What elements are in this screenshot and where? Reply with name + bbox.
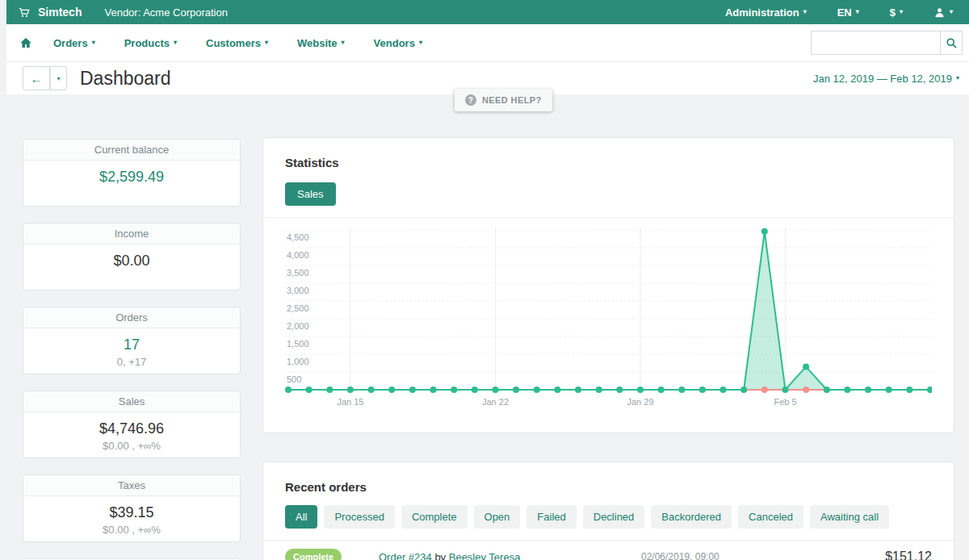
stat-card-orders: Orders170, +17 [23,307,241,374]
nav-item-customers[interactable]: Customers▾ [206,37,268,49]
search-input[interactable] [811,31,940,55]
chevron-down-icon: ▾ [342,40,345,46]
sales-tab[interactable]: Sales [285,182,336,206]
stat-card-body: 170, +17 [23,328,240,374]
back-dropdown-button[interactable]: ▾ [50,66,67,90]
user-icon [933,6,946,19]
user-menu[interactable]: ▾ [933,6,953,19]
order-total: $151.12 [843,550,932,560]
brand[interactable]: Simtech [38,6,82,19]
svg-text:4,000: 4,000 [287,250,309,260]
orders-list: CompleteOrder #234 by Beesley Teresa02/0… [285,541,932,560]
help-icon: ? [465,94,476,106]
filter-complete[interactable]: Complete [401,505,468,529]
nav-item-products[interactable]: Products▾ [124,37,177,49]
svg-text:Jan 15: Jan 15 [337,397,363,407]
home-icon[interactable] [19,36,32,49]
stat-card-value: $39.15 [23,504,240,521]
stat-card-title: Income [23,224,240,244]
filter-backordered[interactable]: Backordered [651,505,732,529]
stat-card-body: $0.00 [23,244,240,290]
chevron-down-icon: ▾ [419,40,422,46]
vendor-label[interactable]: Vendor: Acme Corporation [104,6,227,19]
chevron-down-icon: ▾ [803,9,807,15]
order-status-badge: Complete [285,549,342,560]
search-button[interactable] [940,31,963,55]
svg-text:500: 500 [287,374,301,384]
filter-processed[interactable]: Processed [324,505,394,529]
chevron-down-icon: ▾ [174,40,177,46]
page-title: Dashboard [80,68,171,90]
stat-card-subvalue: $0.00 , +∞% [23,440,240,452]
svg-text:Feb 5: Feb 5 [774,397,796,407]
statistics-panel: Statistics Sales 5001,0001,5002,0002,500… [262,137,954,433]
need-help-label: NEED HELP? [482,95,542,105]
filter-canceled[interactable]: Canceled [738,505,803,529]
stat-card-body: $4,746.96$0.00 , +∞% [23,412,240,458]
menu-label: EN [837,6,852,19]
customer-link[interactable]: Beesley Teresa [449,551,521,560]
stat-card-current-balance: Current balance$2,599.49 [23,139,241,207]
filter-declined[interactable]: Declined [583,505,645,529]
stat-card-sales: Sales$4,746.96$0.00 , +∞% [23,391,241,458]
nav-item-label: Website [297,37,338,49]
need-help-button[interactable]: ? NEED HELP? [455,89,552,111]
topbar-left: Simtech Vendor: Acme Corporation [18,6,228,19]
chevron-down-icon: ▾ [265,40,268,46]
svg-text:2,500: 2,500 [287,303,309,313]
svg-text:2,000: 2,000 [287,321,309,331]
filter-failed[interactable]: Failed [526,505,576,529]
order-datetime: 02/06/2019, 09:00 [641,551,843,560]
svg-text:1,500: 1,500 [287,339,309,349]
stat-card-subvalue: $0.00 , +∞% [23,524,240,536]
order-name-cell: Order #234 by Beesley Teresa [379,551,641,560]
filter-open[interactable]: Open [474,505,521,529]
menu-label: $ [890,6,896,19]
svg-text:4,500: 4,500 [287,232,309,242]
nav-item-label: Orders [53,37,88,49]
recent-orders-title: Recent orders [285,480,932,494]
topbar: Simtech Vendor: Acme Corporation Adminis… [6,0,969,24]
filter-all[interactable]: All [285,505,317,529]
order-link[interactable]: Order #234 [379,551,432,560]
nav-item-label: Customers [206,37,261,49]
stat-card-title: Sales [23,391,240,412]
topbar-menu-administration[interactable]: Administration▾ [725,6,807,19]
stat-card-title: Orders [23,307,240,328]
nav-item-vendors[interactable]: Vendors▾ [374,37,422,49]
topbar-menu-en[interactable]: EN▾ [837,6,859,19]
stat-card-value: $2,599.49 [23,168,240,186]
main-content: Current balance$2,599.49Income$0.00Order… [6,94,969,560]
topbar-menu-$[interactable]: $▾ [890,6,903,19]
menu-label: Administration [725,6,799,19]
filter-awaiting-call[interactable]: Awaiting call [810,505,889,529]
chevron-down-icon: ▾ [92,40,95,46]
cart-icon [18,6,30,19]
nav-item-orders[interactable]: Orders▾ [53,37,95,49]
stat-card-value: 17 [23,336,240,353]
search-group [811,31,963,55]
nav-item-label: Products [124,37,170,49]
back-button-group: ← ▾ [23,66,67,90]
topbar-right: Administration▾EN▾$▾ ▾ [725,6,953,19]
sales-chart: 5001,0001,5002,0002,5003,0003,5004,0004,… [285,228,932,415]
stat-card-value: $4,746.96 [23,420,240,437]
recent-orders-panel: Recent orders AllProcessedCompleteOpenFa… [262,462,954,560]
divider [263,217,954,218]
svg-text:3,500: 3,500 [287,268,309,278]
app-root: Simtech Vendor: Acme Corporation Adminis… [0,0,969,560]
svg-text:1,000: 1,000 [287,357,309,366]
date-range-picker[interactable]: Jan 12, 2019 — Feb 12, 2019 ▾ [813,73,959,85]
date-range-label: Jan 12, 2019 — Feb 12, 2019 [813,73,952,85]
stat-card-taxes: Taxes$39.15$0.00 , +∞% [23,474,241,542]
stat-card-subvalue: 0, +17 [23,356,240,368]
stat-card-title: Taxes [23,475,240,496]
stats-sidebar: Current balance$2,599.49Income$0.00Order… [23,139,241,560]
chevron-down-icon: ▾ [856,9,859,15]
nav-list: Orders▾Products▾Customers▾Website▾Vendor… [53,37,422,49]
nav-item-website[interactable]: Website▾ [297,37,345,49]
svg-text:Jan 29: Jan 29 [627,397,653,407]
back-button[interactable]: ← [23,66,50,90]
chevron-down-icon: ▾ [900,9,903,15]
stat-card-body: $2,599.49 [23,161,240,206]
